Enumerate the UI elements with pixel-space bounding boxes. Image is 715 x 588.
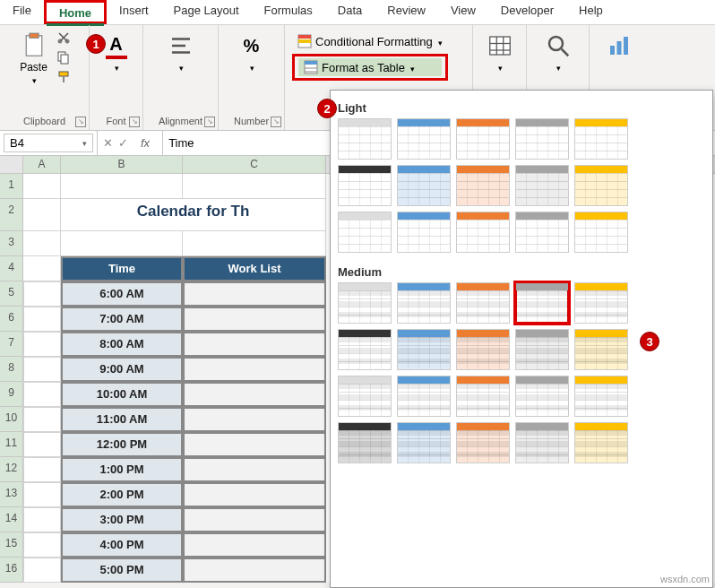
formula-input[interactable]: Time	[163, 136, 199, 150]
table-style-light-orange[interactable]	[456, 118, 510, 160]
tab-data[interactable]: Data	[325, 0, 375, 24]
clipboard-dialog-launcher[interactable]: ↘	[75, 117, 86, 127]
row-header[interactable]: 15	[0, 532, 23, 558]
table-style-light-gray[interactable]	[515, 118, 569, 160]
work-cell[interactable]	[183, 281, 326, 307]
table-style-medium-15[interactable]	[574, 376, 628, 417]
row-header[interactable]: 11	[0, 432, 23, 457]
work-cell[interactable]	[183, 507, 326, 532]
header-work[interactable]: Work List	[183, 256, 326, 281]
row-header[interactable]: 7	[0, 332, 23, 357]
table-style-medium-13[interactable]	[456, 376, 510, 417]
fx-icon[interactable]: fx	[134, 136, 157, 150]
table-style-light-none[interactable]	[338, 118, 392, 160]
row-header[interactable]: 9	[0, 382, 23, 407]
calendar-title[interactable]: Calendar for Th	[61, 199, 326, 231]
table-style-medium-17[interactable]	[397, 422, 451, 463]
table-style-medium-19[interactable]	[515, 422, 569, 463]
table-style-medium-12[interactable]	[397, 376, 451, 417]
time-cell[interactable]: 8:00 AM	[61, 332, 183, 357]
table-style-light-b2[interactable]	[397, 212, 451, 253]
work-cell[interactable]	[183, 407, 326, 432]
cell[interactable]	[23, 174, 61, 199]
table-style-light-gray2[interactable]	[515, 165, 569, 206]
table-style-light-blue2[interactable]	[397, 165, 451, 206]
cell[interactable]	[61, 174, 183, 199]
row-header[interactable]: 13	[0, 482, 23, 507]
row-header[interactable]: 5	[0, 281, 23, 307]
cell[interactable]	[23, 532, 61, 558]
work-cell[interactable]	[183, 558, 326, 583]
time-cell[interactable]: 11:00 AM	[61, 407, 183, 432]
cell[interactable]	[23, 281, 61, 307]
work-cell[interactable]	[183, 307, 326, 332]
cell[interactable]	[23, 357, 61, 382]
editing-button[interactable]	[541, 29, 575, 77]
work-cell[interactable]	[183, 532, 326, 558]
work-cell[interactable]	[183, 357, 326, 382]
cell[interactable]	[23, 307, 61, 332]
tab-developer[interactable]: Developer	[488, 0, 566, 24]
table-style-medium-11[interactable]	[338, 376, 392, 417]
row-header[interactable]: 3	[0, 231, 23, 256]
table-style-medium-20[interactable]	[574, 422, 628, 463]
work-cell[interactable]	[183, 332, 326, 357]
format-as-table-button[interactable]: Format as Table	[298, 58, 442, 76]
alignment-dialog-launcher[interactable]: ↘	[204, 117, 215, 127]
font-dialog-launcher[interactable]: ↘	[129, 117, 140, 127]
table-style-medium-4-selected[interactable]	[515, 282, 569, 324]
table-style-medium-3[interactable]	[456, 282, 510, 324]
row-header[interactable]: 4	[0, 256, 23, 281]
cut-button[interactable]	[55, 29, 73, 47]
copy-button[interactable]	[55, 48, 73, 66]
row-header[interactable]: 14	[0, 507, 23, 532]
name-box[interactable]: B4 ▾	[4, 134, 93, 152]
row-header[interactable]: 12	[0, 457, 23, 482]
tab-help[interactable]: Help	[566, 0, 616, 24]
cell[interactable]	[23, 558, 61, 583]
time-cell[interactable]: 10:00 AM	[61, 382, 183, 407]
tab-file[interactable]: File	[0, 0, 44, 24]
row-header[interactable]: 2	[0, 199, 23, 231]
table-style-light-b1[interactable]	[338, 212, 392, 253]
table-style-medium-1[interactable]	[338, 282, 392, 324]
time-cell[interactable]: 4:00 PM	[61, 532, 183, 558]
paste-button[interactable]: Paste	[16, 29, 51, 90]
cells-button[interactable]	[483, 29, 517, 77]
col-header-b[interactable]: B	[61, 156, 183, 173]
cell[interactable]	[23, 382, 61, 407]
work-cell[interactable]	[183, 432, 326, 457]
table-style-light-dark[interactable]	[338, 165, 392, 206]
number-format-button[interactable]: %	[235, 29, 269, 77]
row-header[interactable]: 10	[0, 407, 23, 432]
time-cell[interactable]: 12:00 PM	[61, 432, 183, 457]
table-style-medium-10[interactable]	[574, 329, 628, 370]
row-header[interactable]: 1	[0, 174, 23, 199]
time-cell[interactable]: 7:00 AM	[61, 307, 183, 332]
tab-review[interactable]: Review	[375, 0, 438, 24]
table-style-medium-14[interactable]	[515, 376, 569, 417]
table-style-medium-7[interactable]	[397, 329, 451, 370]
table-style-medium-9[interactable]	[515, 329, 569, 370]
time-cell[interactable]: 3:00 PM	[61, 507, 183, 532]
row-header[interactable]: 6	[0, 307, 23, 332]
work-cell[interactable]	[183, 457, 326, 482]
work-cell[interactable]	[183, 482, 326, 507]
table-style-light-yellow[interactable]	[574, 118, 628, 160]
table-style-medium-8[interactable]	[456, 329, 510, 370]
analyze-button[interactable]	[602, 29, 636, 65]
table-style-light-b5[interactable]	[574, 212, 628, 253]
tab-insert[interactable]: Insert	[107, 0, 161, 24]
cell[interactable]	[23, 507, 61, 532]
cell[interactable]	[23, 407, 61, 432]
row-header[interactable]: 8	[0, 357, 23, 382]
select-all-corner[interactable]	[0, 156, 23, 173]
cell[interactable]	[23, 482, 61, 507]
table-style-medium-2[interactable]	[397, 282, 451, 324]
tab-page-layout[interactable]: Page Layout	[161, 0, 252, 24]
time-cell[interactable]: 2:00 PM	[61, 482, 183, 507]
confirm-formula-button[interactable]: ✓	[118, 136, 128, 150]
time-cell[interactable]: 9:00 AM	[61, 357, 183, 382]
time-cell[interactable]: 6:00 AM	[61, 281, 183, 307]
format-painter-button[interactable]	[55, 68, 73, 86]
